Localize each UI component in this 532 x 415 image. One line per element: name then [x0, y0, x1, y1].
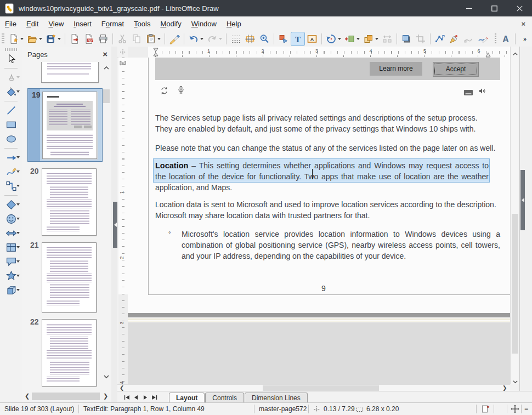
drawbar-grip[interactable] [5, 48, 17, 51]
horizontal-ruler[interactable]: 123456 [128, 47, 510, 58]
pages-panel-close-icon[interactable]: × [103, 50, 107, 58]
insert-line-button[interactable] [2, 104, 20, 117]
panel-hscrollbar-thumb[interactable] [32, 393, 100, 400]
document-text-line[interactable]: They are enabled by default, and just so… [155, 123, 476, 134]
connectors-button[interactable] [2, 179, 20, 193]
dropdown-caret-icon[interactable] [20, 38, 24, 40]
star-shapes-button[interactable] [2, 269, 20, 283]
indent-marker-right[interactable] [485, 50, 491, 58]
scroll-down-icon[interactable] [512, 377, 518, 386]
vertical-ruler[interactable]: 1234 [118, 58, 128, 384]
menu-view[interactable]: View [43, 17, 69, 31]
lines-arrows-button[interactable] [2, 151, 20, 164]
master-page-name[interactable]: master-page572 [259, 405, 307, 413]
dropdown-caret-icon[interactable] [39, 38, 42, 40]
block-arrows-button[interactable] [2, 226, 20, 240]
dropdown-caret-icon[interactable] [16, 246, 20, 248]
panel-scroll-left-icon[interactable]: ❮ [25, 393, 30, 400]
export-pdf-button[interactable]: PDF [82, 32, 95, 46]
document-text-line[interactable]: Location data is sent to Microsoft and u… [155, 199, 496, 210]
helplines-button[interactable] [244, 32, 257, 46]
print-button[interactable] [97, 32, 110, 46]
document-text-line[interactable]: combination of global positioning servic… [182, 240, 500, 251]
menu-insert[interactable]: Insert [69, 17, 97, 31]
document-text-line[interactable]: Microsoft may share location data with t… [155, 210, 370, 221]
panel-scroll-down-icon[interactable] [103, 372, 110, 382]
tab-controls[interactable]: Controls [205, 393, 244, 403]
dropdown-caret-icon[interactable] [16, 203, 20, 206]
insert-text-box-button[interactable]: T [291, 32, 304, 46]
dropdown-caret-icon[interactable] [219, 38, 222, 40]
document-text-line[interactable]: Please note that you can change the stat… [155, 143, 495, 154]
export-button[interactable] [68, 32, 81, 46]
zoom-out-icon[interactable]: − [524, 405, 528, 413]
dropdown-caret-icon[interactable] [356, 38, 360, 40]
symbol-shapes-button[interactable] [2, 212, 20, 226]
vruler-indent-marker[interactable] [120, 58, 126, 68]
tab-dimension-lines[interactable]: Dimension Lines [245, 393, 308, 403]
text-frame-button[interactable]: A [305, 32, 319, 46]
maximize-button[interactable] [482, 0, 507, 16]
flowchart-button[interactable] [2, 241, 20, 254]
pages-panel-hscrollbar[interactable]: ❮ ❯ [22, 391, 113, 402]
menu-format[interactable]: Format [97, 17, 129, 31]
dropdown-caret-icon[interactable] [16, 218, 20, 220]
document-text-line[interactable]: and your IP address, depending on the ca… [182, 251, 406, 261]
minimize-button[interactable] [456, 0, 482, 16]
zoom-pan-button[interactable] [258, 32, 271, 46]
overflow-button[interactable]: » [518, 32, 531, 46]
vertical-scrollbar-thumb[interactable] [512, 214, 518, 354]
tab-layout[interactable]: Layout [169, 393, 205, 403]
panel-collapse-handle[interactable] [113, 202, 117, 248]
close-document-icon[interactable]: × [514, 20, 532, 28]
basic-shapes-button[interactable] [2, 198, 20, 212]
transformations-button[interactable] [277, 32, 290, 46]
dropdown-caret-icon[interactable] [16, 90, 20, 93]
select-button[interactable] [2, 52, 20, 66]
page-thumbnail-partial[interactable] [41, 62, 99, 83]
dropdown-caret-icon[interactable] [16, 289, 20, 291]
page-thumbnail-selected[interactable]: 19 [27, 88, 103, 162]
menu-edit[interactable]: Edit [21, 17, 43, 31]
edit-points-button[interactable] [433, 32, 446, 46]
dropdown-caret-icon[interactable] [338, 38, 341, 40]
page-thumbnail[interactable] [42, 319, 97, 386]
menu-file[interactable]: File [0, 17, 21, 31]
shadow-button[interactable] [400, 32, 413, 46]
dropdown-caret-icon[interactable] [16, 185, 20, 187]
toolbar-grip[interactable] [2, 33, 4, 44]
previous-page-button[interactable] [131, 393, 140, 402]
document-canvas[interactable]: Learn more Accept [128, 58, 510, 384]
menu-window[interactable]: Window [186, 17, 222, 31]
dropdown-caret-icon[interactable] [16, 232, 20, 234]
dropdown-caret-icon[interactable] [375, 38, 378, 40]
last-page-button[interactable] [150, 393, 159, 402]
3d-objects-button[interactable] [2, 283, 20, 297]
menu-help[interactable]: Help [222, 17, 246, 31]
ellipse-button[interactable] [2, 132, 20, 146]
next-page-button[interactable] [140, 393, 150, 402]
document-text-line[interactable]: Location – This setting determines wheth… [155, 160, 489, 171]
save-button[interactable] [44, 32, 62, 46]
scroll-up-icon[interactable] [512, 49, 518, 59]
fill-color-button[interactable] [2, 85, 20, 99]
dropdown-caret-icon[interactable] [16, 76, 20, 78]
page-thumbnail[interactable] [42, 242, 97, 312]
panel-scroll-up-icon[interactable] [103, 63, 110, 73]
undo-button[interactable] [187, 32, 205, 46]
open-button[interactable] [26, 32, 43, 46]
dropdown-caret-icon[interactable] [157, 38, 161, 40]
arrange-button[interactable] [362, 32, 380, 46]
indent-marker-left[interactable] [153, 48, 159, 58]
redact-button[interactable] [476, 32, 489, 46]
dropdown-caret-icon[interactable] [16, 275, 20, 277]
panel-scroll-right-icon[interactable]: ❯ [103, 393, 108, 400]
curves-polygons-button[interactable] [2, 165, 20, 179]
dropdown-caret-icon[interactable] [16, 260, 20, 263]
document-text-line[interactable]: application, and Maps. [155, 182, 232, 193]
page-thumbnail[interactable] [42, 168, 97, 236]
paste-button[interactable] [144, 32, 162, 46]
vertical-scrollbar[interactable] [510, 47, 519, 384]
document-text-line[interactable]: the location of the device for functiona… [155, 171, 489, 182]
object-size[interactable]: 6.28 x 0.20 [366, 405, 399, 413]
